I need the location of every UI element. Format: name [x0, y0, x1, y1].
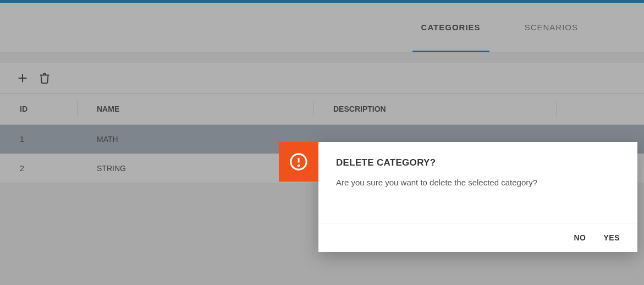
- yes-button[interactable]: YES: [603, 233, 620, 242]
- dialog-message: Are you sure you want to delete the sele…: [336, 176, 620, 189]
- dialog-footer: NO YES: [318, 223, 637, 252]
- confirm-delete-dialog: DELETE CATEGORY? Are you sure you want t…: [318, 142, 637, 252]
- dialog-title: DELETE CATEGORY?: [336, 157, 620, 168]
- no-button[interactable]: NO: [574, 233, 586, 242]
- svg-point-4: [298, 165, 299, 166]
- alert-icon: [279, 142, 318, 182]
